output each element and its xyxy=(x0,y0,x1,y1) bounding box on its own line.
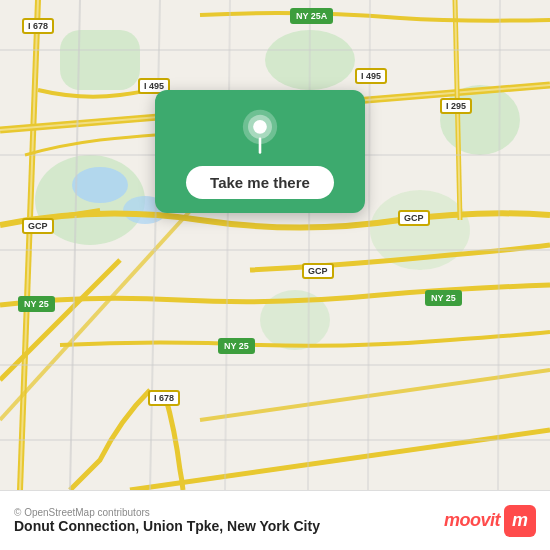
label-i295: I 295 xyxy=(440,98,472,114)
label-i678-top: I 678 xyxy=(22,18,54,34)
label-i495-right: I 495 xyxy=(355,68,387,84)
label-ny25-left: NY 25 xyxy=(18,296,55,312)
copyright-text: © OpenStreetMap contributors xyxy=(14,507,320,518)
location-title: Donut Connection, Union Tpke, New York C… xyxy=(14,518,320,534)
svg-point-31 xyxy=(253,120,267,134)
svg-line-9 xyxy=(20,0,38,490)
bottom-bar: © OpenStreetMap contributors Donut Conne… xyxy=(0,490,550,550)
location-pin-icon xyxy=(236,108,284,156)
location-info: © OpenStreetMap contributors Donut Conne… xyxy=(14,507,320,534)
label-gcp-bottom: GCP xyxy=(302,263,334,279)
label-ny25a: NY 25A xyxy=(290,8,333,24)
label-ny25-right: NY 25 xyxy=(425,290,462,306)
take-me-there-button[interactable]: Take me there xyxy=(186,166,334,199)
map-container: I 678 NY 25A I 495 I 495 I 295 GCP GCP G… xyxy=(0,0,550,490)
label-ny25-center: NY 25 xyxy=(218,338,255,354)
svg-point-6 xyxy=(72,167,128,203)
svg-rect-0 xyxy=(60,30,140,90)
svg-line-23 xyxy=(498,0,500,490)
svg-line-14 xyxy=(0,260,120,380)
label-gcp-left: GCP xyxy=(22,218,54,234)
moovit-text-label: moovit xyxy=(444,510,500,531)
map-roads xyxy=(0,0,550,490)
location-card: Take me there xyxy=(155,90,365,213)
moovit-icon-badge: m xyxy=(504,505,536,537)
moovit-logo[interactable]: moovit m xyxy=(444,505,536,537)
label-i678-bottom: I 678 xyxy=(148,390,180,406)
label-gcp-right: GCP xyxy=(398,210,430,226)
